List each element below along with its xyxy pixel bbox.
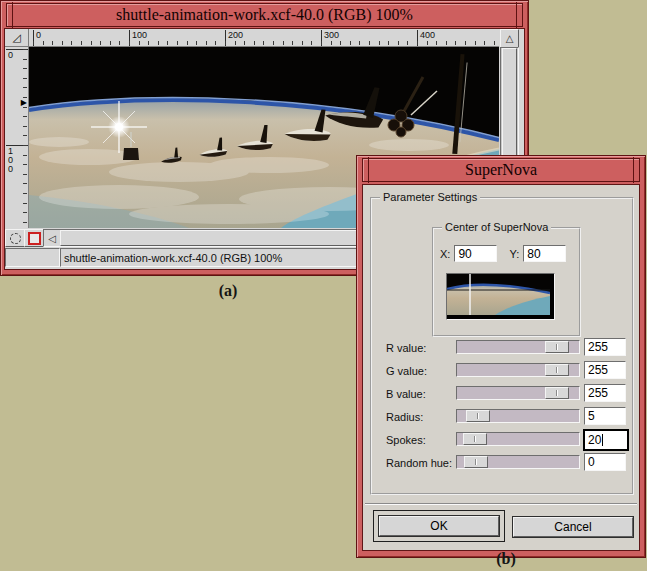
preview-image: [447, 274, 550, 315]
b-value-row: B value:255: [372, 383, 632, 406]
quickmask-off-icon: [10, 233, 21, 244]
random-hue-label: Random hue:: [386, 457, 452, 469]
dialog-titlebar[interactable]: SuperNova: [362, 158, 640, 182]
figure-label-a: (a): [200, 282, 256, 300]
vruler-tick: 1 0 0: [6, 145, 28, 174]
spokes-slider-thumb[interactable]: [463, 433, 487, 445]
b-value-label: B value:: [386, 388, 426, 400]
center-of-supernova-label: Center of SuperNova: [442, 221, 551, 233]
spokes-input[interactable]: 20: [583, 429, 629, 451]
random-hue-slider[interactable]: [456, 455, 580, 469]
ruler-position-marker-icon: ▶: [21, 99, 27, 107]
hruler-tick: 100: [129, 30, 147, 46]
parameter-settings-frame: Parameter Settings Center of SuperNova X…: [370, 197, 634, 495]
center-coordinates-row: X: Y:: [440, 245, 566, 262]
supernova-dialog: SuperNova Parameter Settings Center of S…: [356, 155, 646, 558]
hruler-tick: 200: [225, 30, 243, 46]
radius-slider-thumb[interactable]: [466, 410, 490, 422]
x-input[interactable]: [454, 245, 497, 262]
up-arrow-icon: △: [506, 33, 514, 44]
window-menu-button[interactable]: ◿: [5, 29, 29, 47]
g-value-input[interactable]: 255: [584, 361, 626, 379]
default-button-ring: OK: [373, 510, 505, 542]
quickmask-on-icon: [28, 232, 41, 245]
random-hue-input[interactable]: 0: [584, 453, 626, 471]
spokes-row: Spokes:20: [372, 429, 632, 452]
vruler-tick: 0: [6, 49, 28, 60]
dialog-body: Parameter Settings Center of SuperNova X…: [362, 184, 640, 551]
image-window-title: shuttle-animation-work.xcf-40.0 (RGB) 10…: [116, 6, 413, 24]
scroll-left-button[interactable]: ◁: [44, 230, 60, 246]
vertical-ruler: ▶ 01 0 0: [5, 47, 29, 228]
horizontal-ruler: 0100200300400: [29, 29, 499, 47]
status-progress-box: [5, 248, 60, 267]
quickmask-off-button[interactable]: [5, 229, 25, 247]
text-caret: [602, 434, 603, 446]
x-label: X:: [440, 248, 450, 260]
spokes-label: Spokes:: [386, 434, 426, 446]
radius-row: Radius:5: [372, 406, 632, 429]
preview-thumbnail[interactable]: [446, 273, 555, 320]
window-menu-icon: ◿: [12, 31, 20, 44]
r-value-row: R value:255: [372, 337, 632, 360]
ok-button[interactable]: OK: [379, 516, 499, 536]
slider-rows: R value:255G value:255B value:255Radius:…: [372, 337, 632, 475]
parameter-settings-label: Parameter Settings: [380, 191, 480, 203]
dialog-title: SuperNova: [465, 161, 537, 179]
radius-input[interactable]: 5: [584, 407, 626, 425]
random-hue-slider-thumb[interactable]: [464, 456, 488, 468]
left-arrow-icon: ◁: [48, 233, 56, 244]
random-hue-row: Random hue:0: [372, 452, 632, 475]
desktop: shuttle-animation-work.xcf-40.0 (RGB) 10…: [0, 0, 647, 571]
r-value-label: R value:: [386, 342, 426, 354]
cancel-button[interactable]: Cancel: [513, 517, 633, 537]
quickmask-on-button[interactable]: [24, 229, 44, 247]
b-value-input[interactable]: 255: [584, 384, 626, 402]
g-value-label: G value:: [386, 365, 427, 377]
scroll-up-button[interactable]: △: [500, 29, 519, 48]
spokes-slider[interactable]: [456, 432, 580, 446]
hruler-tick: 400: [417, 30, 435, 46]
r-value-slider[interactable]: [456, 340, 580, 354]
image-window-titlebar[interactable]: shuttle-animation-work.xcf-40.0 (RGB) 10…: [6, 3, 523, 27]
y-label: Y:: [509, 248, 519, 260]
g-value-row: G value:255: [372, 360, 632, 383]
y-input[interactable]: [523, 245, 566, 262]
hruler-tick: 300: [321, 30, 339, 46]
radius-slider[interactable]: [456, 409, 580, 423]
r-value-input[interactable]: 255: [584, 338, 626, 356]
hruler-tick: 0: [33, 30, 41, 46]
center-of-supernova-frame: Center of SuperNova X: Y:: [432, 227, 581, 337]
radius-label: Radius:: [386, 411, 423, 423]
figure-label-b: (b): [478, 550, 534, 568]
r-value-slider-thumb[interactable]: [545, 341, 569, 353]
g-value-slider[interactable]: [456, 363, 580, 377]
b-value-slider[interactable]: [456, 386, 580, 400]
separator: [365, 503, 637, 505]
b-value-slider-thumb[interactable]: [545, 387, 569, 399]
g-value-slider-thumb[interactable]: [545, 364, 569, 376]
